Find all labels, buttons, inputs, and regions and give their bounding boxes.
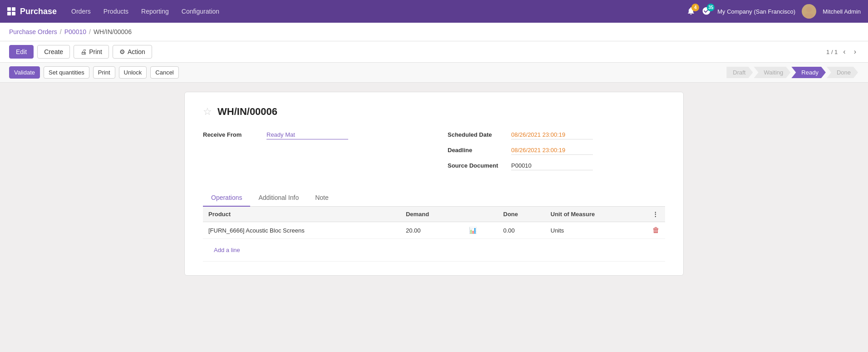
delete-icon[interactable]: 🗑: [652, 226, 660, 234]
deadline-group: Deadline 08/26/2021 23:00:19: [448, 146, 665, 155]
cancel-button[interactable]: Cancel: [150, 66, 178, 79]
receive-from-value[interactable]: Ready Mat: [266, 130, 348, 139]
table-body: [FURN_6666] Acoustic Bloc Screens 20.00 …: [203, 222, 665, 262]
tab-note[interactable]: Note: [307, 189, 337, 207]
deadline-value[interactable]: 08/26/2021 23:00:19: [511, 146, 593, 155]
row-demand: 20.00: [400, 222, 464, 239]
nav-reporting[interactable]: Reporting: [136, 5, 174, 18]
column-menu-icon[interactable]: ⋮: [652, 211, 658, 218]
breadcrumb-sep-2: /: [89, 28, 91, 35]
status-step-done: Done: [827, 67, 858, 78]
table-head: Product Demand Done Unit of Measure ⋮: [203, 207, 665, 222]
tab-operations[interactable]: Operations: [203, 189, 250, 207]
action-button[interactable]: ⚙ Action: [113, 45, 152, 59]
table-row: [FURN_6666] Acoustic Bloc Screens 20.00 …: [203, 222, 665, 239]
grid-icon: [7, 7, 15, 15]
notification-button[interactable]: 4: [686, 6, 695, 17]
row-unit: Units: [545, 222, 647, 239]
status-bar: Validate Set quantities Print Unlock Can…: [0, 63, 868, 83]
col-actions: ⋮: [647, 207, 665, 222]
topnav-menu: Orders Products Reporting Configuration: [66, 5, 677, 18]
row-delete[interactable]: 🗑: [647, 222, 665, 239]
nav-products[interactable]: Products: [98, 5, 134, 18]
activity-badge: 35: [707, 4, 715, 11]
col-demand: Demand: [400, 207, 464, 222]
favorite-icon[interactable]: ☆: [203, 106, 212, 118]
tabs: Operations Additional Info Note: [203, 189, 665, 207]
add-line-row: Add a line: [203, 239, 665, 262]
validate-button[interactable]: Validate: [9, 66, 40, 79]
table-section: Product Demand Done Unit of Measure ⋮ [F…: [203, 207, 665, 262]
col-product: Product: [203, 207, 400, 222]
scheduled-date-label: Scheduled Date: [448, 130, 507, 138]
status-step-ready: Ready: [791, 67, 826, 78]
record-title: ☆ WH/IN/00006: [203, 106, 665, 118]
row-chart-icon[interactable]: 📊: [464, 222, 498, 239]
breadcrumb-purchase-orders[interactable]: Purchase Orders: [9, 28, 57, 35]
main-content: ☆ WH/IN/00006 Receive From Ready Mat Sch…: [0, 83, 868, 285]
nav-configuration[interactable]: Configuration: [176, 5, 225, 18]
status-step-draft: Draft: [726, 67, 753, 78]
topnav: Purchase Orders Products Reporting Confi…: [0, 0, 868, 23]
breadcrumb-sep-1: /: [60, 28, 62, 35]
svg-point-1: [804, 13, 814, 19]
receive-from-label: Receive From: [203, 130, 262, 138]
scheduled-date-group: Scheduled Date 08/26/2021 23:00:19: [448, 130, 665, 139]
nav-orders[interactable]: Orders: [66, 5, 96, 18]
row-product: [FURN_6666] Acoustic Bloc Screens: [203, 222, 400, 239]
svg-point-0: [806, 7, 812, 12]
breadcrumb: Purchase Orders / P00010 / WH/IN/00006: [0, 23, 868, 41]
create-button[interactable]: Create: [37, 45, 70, 59]
record-card: ☆ WH/IN/00006 Receive From Ready Mat Sch…: [184, 92, 684, 276]
notification-badge: 4: [691, 4, 699, 11]
pagination: 1 / 1 ‹ ›: [826, 47, 859, 57]
brand[interactable]: Purchase: [7, 7, 57, 16]
user-avatar: [802, 4, 816, 19]
unlock-button[interactable]: Unlock: [119, 66, 147, 79]
tab-additional-info[interactable]: Additional Info: [250, 189, 307, 207]
col-chart: [464, 207, 498, 222]
add-line-button[interactable]: Add a line: [208, 243, 246, 257]
breadcrumb-p00010[interactable]: P00010: [64, 28, 86, 35]
row-done: 0.00: [498, 222, 545, 239]
admin-name: Mitchell Admin: [823, 8, 861, 15]
source-document-label: Source Document: [448, 161, 507, 169]
form-grid: Receive From Ready Mat Scheduled Date 08…: [203, 130, 665, 177]
status-pipeline: Draft Waiting Ready Done: [726, 67, 859, 78]
topnav-right: 4 35 My Company (San Francisco) Mitchell…: [686, 4, 861, 19]
page-count: 1 / 1: [826, 49, 838, 55]
source-document-value: P00010: [511, 161, 593, 170]
next-page-button[interactable]: ›: [851, 47, 859, 57]
brand-label: Purchase: [20, 7, 57, 16]
status-print-button[interactable]: Print: [93, 66, 115, 79]
operations-table: Product Demand Done Unit of Measure ⋮ [F…: [203, 207, 665, 262]
set-quantities-button[interactable]: Set quantities: [44, 66, 89, 79]
print-icon: 🖨: [80, 48, 87, 55]
breadcrumb-current: WH/IN/00006: [94, 28, 132, 35]
col-unit: Unit of Measure: [545, 207, 647, 222]
activity-button[interactable]: 35: [702, 6, 711, 17]
status-step-waiting: Waiting: [754, 67, 790, 78]
company-name: My Company (San Francisco): [717, 8, 795, 15]
form-left: Receive From Ready Mat: [203, 130, 420, 177]
prev-page-button[interactable]: ‹: [840, 47, 848, 57]
form-right: Scheduled Date 08/26/2021 23:00:19 Deadl…: [448, 130, 665, 177]
add-line-cell: Add a line: [203, 239, 665, 262]
toolbar: Edit Create 🖨 Print ⚙ Action 1 / 1 ‹ ›: [0, 41, 868, 63]
gear-icon: ⚙: [119, 48, 125, 55]
source-document-group: Source Document P00010: [448, 161, 665, 170]
col-done: Done: [498, 207, 545, 222]
avatar[interactable]: [802, 4, 816, 19]
print-button[interactable]: 🖨 Print: [74, 45, 109, 59]
deadline-label: Deadline: [448, 146, 507, 154]
edit-button[interactable]: Edit: [9, 45, 34, 59]
receive-from-group: Receive From Ready Mat: [203, 130, 420, 139]
scheduled-date-value[interactable]: 08/26/2021 23:00:19: [511, 130, 593, 139]
record-heading: WH/IN/00006: [217, 106, 277, 118]
